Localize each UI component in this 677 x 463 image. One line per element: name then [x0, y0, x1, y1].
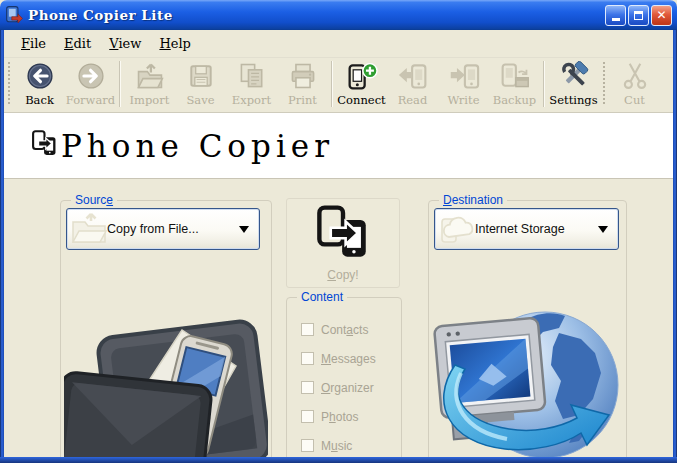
toolbar-connect-button[interactable]: Connect: [336, 58, 387, 110]
chevron-down-icon: [598, 226, 608, 233]
folder-icon: [70, 212, 108, 249]
phones-folder-image: [64, 304, 268, 457]
toolbar-button-label: Print: [288, 93, 317, 107]
menu-help[interactable]: Help: [150, 33, 200, 54]
checkbox-organizer[interactable]: [301, 381, 314, 394]
checkbox-label: Contacts: [321, 323, 368, 337]
content-row-music: Music: [301, 431, 376, 460]
print-icon: [288, 60, 318, 92]
toolbar-forward-button[interactable]: Forward: [65, 58, 116, 110]
titlebar: Phone Copier Lite ✕: [0, 0, 677, 30]
content-groupbox: Content ContactsMessagesOrganizerPhotosM…: [286, 297, 402, 463]
toolbar-button-label: Settings: [549, 93, 597, 107]
write-icon: [448, 60, 480, 92]
toolbar-separator: [331, 61, 333, 107]
toolbar-cut-button[interactable]: Cut: [609, 58, 660, 110]
toolbar-backup-button[interactable]: Backup: [489, 58, 540, 110]
export-icon: [237, 60, 267, 92]
toolbar-settings-button[interactable]: Settings: [548, 58, 599, 110]
checkbox-label: Messages: [321, 352, 376, 366]
app-window: Phone Copier Lite ✕ FileEditViewHelp Bac…: [0, 0, 677, 463]
back-icon: [25, 60, 55, 92]
destination-dropdown[interactable]: Internet Storage: [434, 208, 619, 250]
minimize-button[interactable]: [605, 5, 626, 26]
toolbar-import-button[interactable]: Import: [124, 58, 175, 110]
window-title: Phone Copier Lite: [28, 7, 603, 23]
toolbar-export-button[interactable]: Export: [226, 58, 277, 110]
settings-icon: [558, 60, 590, 92]
backup-icon: [499, 60, 531, 92]
copy-button-label: Copy!: [327, 268, 358, 282]
toolbar-button-label: Back: [25, 93, 54, 107]
checkbox-music[interactable]: [301, 439, 314, 452]
content-row-photos: Photos: [301, 402, 376, 431]
content-row-messages: Messages: [301, 344, 376, 373]
read-icon: [397, 60, 429, 92]
chevron-down-icon: [239, 226, 249, 233]
destination-group-label: Destination: [439, 193, 507, 207]
checkbox-label: Organizer: [321, 381, 374, 395]
connect-icon: [346, 60, 378, 92]
copy-button[interactable]: Copy!: [286, 198, 400, 288]
phone-copier-icon: [31, 130, 58, 161]
toolbar-button-label: Export: [232, 93, 271, 107]
toolbar-read-button[interactable]: Read: [387, 58, 438, 110]
content-row-contacts: Contacts: [301, 315, 376, 344]
toolbar-back-button[interactable]: Back: [14, 58, 65, 110]
toolbar-write-button[interactable]: Write: [438, 58, 489, 110]
toolbar-button-label: Cut: [624, 93, 645, 107]
globe-computer-image: [431, 301, 623, 457]
menu-view[interactable]: View: [100, 33, 150, 54]
window-border-right: [673, 30, 677, 463]
save-icon: [186, 60, 216, 92]
toolbar-button-label: Read: [398, 93, 428, 107]
toolbar-separator: [119, 61, 121, 107]
toolbar: BackForwardImportSaveExportPrintConnectR…: [4, 58, 673, 113]
toolbar-print-button[interactable]: Print: [277, 58, 328, 110]
copy-phones-icon: [315, 205, 371, 264]
checkbox-photos[interactable]: [301, 410, 314, 423]
page-title: Phone Copier: [61, 128, 334, 164]
toolbar-separator: [543, 61, 545, 107]
close-button[interactable]: ✕: [651, 5, 672, 26]
toolbar-button-label: Forward: [66, 93, 115, 107]
toolbar-button-label: Connect: [337, 93, 385, 107]
window-border-left: [0, 30, 4, 463]
toolbar-grip: [7, 62, 11, 106]
content-checkbox-list: ContactsMessagesOrganizerPhotosMusic: [301, 315, 376, 460]
cloud-phone-icon: [438, 212, 476, 249]
checkbox-label: Photos: [321, 410, 358, 424]
content-row-organizer: Organizer: [301, 373, 376, 402]
toolbar-button-label: Save: [186, 93, 214, 107]
checkbox-messages[interactable]: [301, 352, 314, 365]
app-header: Phone Copier: [4, 113, 673, 178]
source-group-label: Source: [71, 193, 117, 207]
menu-edit[interactable]: Edit: [55, 33, 100, 54]
toolbar-save-button[interactable]: Save: [175, 58, 226, 110]
toolbar-grip: [602, 62, 606, 106]
checkbox-label: Music: [321, 439, 352, 453]
source-dropdown-value: Copy from File...: [107, 222, 199, 236]
close-icon: ✕: [656, 9, 666, 21]
window-border-bottom: [0, 457, 677, 463]
toolbar-button-label: Import: [130, 93, 170, 107]
content-group-label: Content: [297, 290, 347, 304]
forward-icon: [76, 60, 106, 92]
phone-app-icon: [5, 6, 23, 24]
destination-dropdown-value: Internet Storage: [475, 222, 565, 236]
toolbar-button-label: Backup: [493, 93, 536, 107]
maximize-button[interactable]: [628, 5, 649, 26]
checkbox-contacts[interactable]: [301, 323, 314, 336]
maximize-icon: [634, 11, 643, 20]
cut-icon: [620, 60, 650, 92]
source-dropdown[interactable]: Copy from File...: [66, 208, 260, 250]
toolbar-button-label: Write: [448, 93, 480, 107]
menu-bar: FileEditViewHelp: [4, 30, 673, 58]
menu-file[interactable]: File: [12, 33, 55, 54]
import-icon: [135, 60, 165, 92]
minimize-icon: [612, 18, 620, 21]
